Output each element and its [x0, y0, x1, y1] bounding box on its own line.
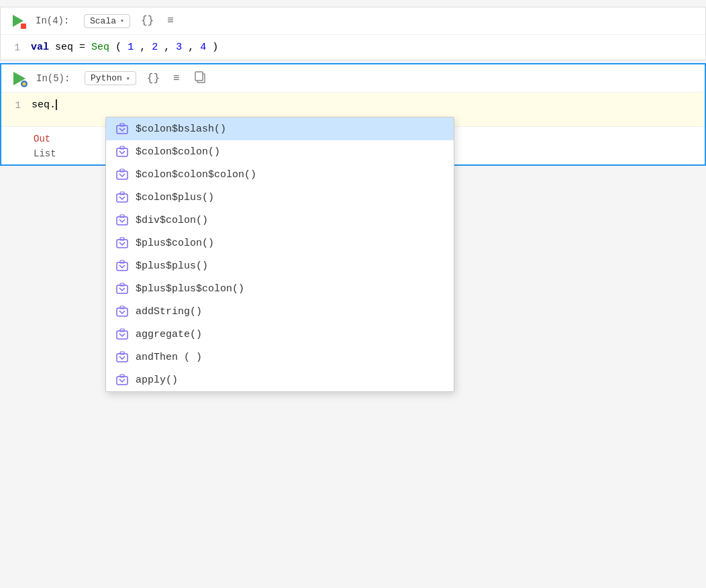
svg-rect-23 — [117, 331, 128, 339]
cell-2-toolbar: In(5): Python ▾ {} ≡ — [1, 64, 705, 93]
method-icon-6 — [115, 259, 129, 273]
chevron-down-icon-2: ▾ — [126, 75, 130, 83]
method-icon-4 — [115, 213, 129, 227]
line-number-1: 1 — [1, 42, 31, 53]
method-icon-5 — [115, 236, 129, 250]
stop-icon — [21, 23, 26, 29]
equals: = — [79, 42, 91, 53]
language-selector-1[interactable]: Scala ▾ — [84, 14, 130, 28]
svg-rect-27 — [117, 377, 128, 385]
svg-rect-17 — [117, 262, 128, 271]
format-icon-2[interactable]: {} — [144, 71, 162, 86]
ac-label-2: $colon$colon$colon() — [136, 169, 256, 181]
ac-item-1[interactable]: $colon$colon() — [106, 140, 454, 163]
method-icon-7 — [115, 282, 129, 295]
menu-icon-2[interactable]: ≡ — [170, 71, 183, 86]
svg-rect-9 — [117, 171, 128, 179]
keyword-val: val — [31, 42, 49, 53]
code-line-1: 1 val seq = Seq ( 1 , 2 , 3 , 4 ) — [1, 40, 705, 54]
ac-item-2[interactable]: $colon$colon$colon() — [106, 163, 454, 186]
method-icon-11 — [115, 373, 129, 387]
comma1: , — [140, 42, 152, 53]
output-value: List — [34, 148, 56, 159]
text-cursor — [56, 99, 57, 110]
code-2[interactable]: seq. — [32, 99, 57, 111]
ac-item-7[interactable]: $plus$plus$colon() — [106, 277, 454, 300]
svg-rect-4 — [195, 72, 203, 81]
ac-item-3[interactable]: $colon$plus() — [106, 186, 454, 209]
ac-label-7: $plus$plus$colon() — [136, 283, 244, 295]
python-run-icon — [9, 69, 28, 88]
cell-2-code-area: 1 seq. $colon$bslash() — [1, 93, 705, 126]
svg-rect-25 — [117, 354, 128, 362]
cell-2-label: In(5): — [36, 73, 77, 84]
run-button-2[interactable] — [9, 69, 28, 88]
ac-label-6: $plus$plus() — [136, 260, 208, 272]
svg-rect-13 — [117, 217, 128, 225]
chevron-down-icon: ▾ — [120, 17, 124, 25]
ac-item-9[interactable]: aggregate() — [106, 323, 454, 346]
notebook: In(4): Scala ▾ {} ≡ 1 val seq = Seq ( 1 — [0, 0, 706, 173]
ac-label-8: addString() — [136, 306, 202, 317]
method-icon-1 — [115, 145, 129, 158]
cell-1: In(4): Scala ▾ {} ≡ 1 val seq = Seq ( 1 — [0, 7, 706, 60]
svg-rect-7 — [117, 148, 128, 156]
ac-label-0: $colon$bslash() — [136, 124, 226, 135]
ac-label-1: $colon$colon() — [136, 146, 220, 158]
line-number-2: 1 — [1, 100, 32, 111]
menu-icon-1[interactable]: ≡ — [164, 13, 176, 28]
ac-item-5[interactable]: $plus$colon() — [106, 232, 454, 254]
ac-item-8[interactable]: addString() — [106, 300, 454, 323]
method-icon-8 — [115, 305, 129, 318]
language-name-2: Python — [91, 73, 122, 83]
run-button-1[interactable] — [9, 11, 28, 30]
cell-1-toolbar: In(4): Scala ▾ {} ≡ — [1, 7, 705, 35]
svg-rect-28 — [120, 375, 124, 377]
svg-rect-5 — [117, 126, 128, 134]
language-name-1: Scala — [90, 16, 116, 26]
format-icon-1[interactable]: {} — [138, 13, 156, 28]
cell-1-label: In(4): — [36, 15, 76, 26]
autocomplete-dropdown[interactable]: $colon$bslash() $colon$colon() — [105, 117, 454, 392]
ac-item-4[interactable]: $div$colon() — [106, 209, 454, 232]
class-seq: Seq — [91, 42, 109, 53]
svg-rect-11 — [117, 194, 128, 202]
comma3: , — [188, 42, 200, 53]
copy-icon[interactable] — [191, 68, 209, 88]
method-icon-3 — [115, 191, 129, 204]
num-1: 1 — [128, 42, 134, 53]
num-2: 2 — [152, 42, 158, 53]
ac-label-11: apply() — [136, 375, 178, 386]
svg-rect-19 — [117, 285, 128, 293]
seq-code: seq. — [32, 99, 56, 111]
ac-item-6[interactable]: $plus$plus() — [106, 254, 454, 277]
ac-item-0[interactable]: $colon$bslash() — [106, 117, 454, 140]
ac-label-10: andThen ( ) — [136, 352, 202, 363]
close-paren: ) — [212, 42, 218, 53]
ac-label-4: $div$colon() — [136, 215, 208, 226]
method-icon-2 — [115, 168, 129, 181]
var-seq: seq — [55, 42, 73, 53]
ac-label-3: $colon$plus() — [136, 192, 214, 203]
language-selector-2[interactable]: Python ▾ — [85, 71, 136, 85]
ac-item-11[interactable]: apply() — [106, 369, 454, 391]
ac-label-5: $plus$colon() — [136, 238, 214, 249]
code-1: val seq = Seq ( 1 , 2 , 3 , 4 ) — [31, 42, 218, 53]
svg-rect-21 — [117, 308, 128, 316]
method-icon-9 — [115, 328, 129, 341]
open-paren: ( — [115, 42, 121, 53]
method-icon-0 — [115, 122, 129, 136]
num-3: 3 — [176, 42, 182, 53]
ac-item-10[interactable]: andThen ( ) — [106, 346, 454, 369]
code-line-2: 1 seq. — [1, 98, 705, 112]
ac-label-9: aggregate() — [136, 329, 202, 340]
method-icon-10 — [115, 350, 129, 364]
cell-1-content: 1 val seq = Seq ( 1 , 2 , 3 , 4 ) — [1, 35, 705, 60]
svg-rect-26 — [120, 352, 124, 354]
svg-point-2 — [23, 82, 26, 85]
output-label: Out — [34, 134, 50, 144]
comma2: , — [164, 42, 176, 53]
svg-rect-15 — [117, 240, 128, 248]
num-4: 4 — [200, 42, 206, 53]
cell-2: In(5): Python ▾ {} ≡ 1 seq. — [0, 63, 706, 166]
